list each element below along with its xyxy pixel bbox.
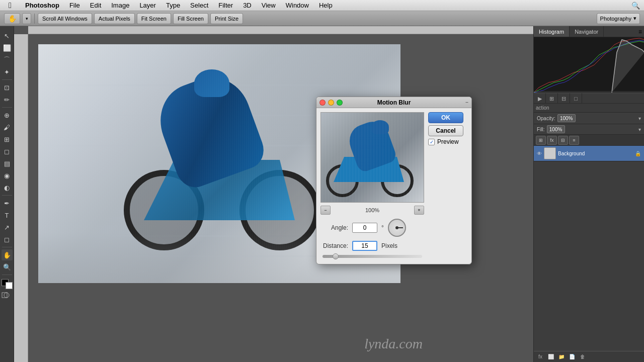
ruler-left [14, 34, 28, 362]
search-icon[interactable]: 🔍 [631, 2, 640, 10]
tool-dodge[interactable]: ◐ [2, 182, 13, 193]
panel-play-icon[interactable]: ▶ [534, 93, 546, 104]
layer-thumbnail [544, 147, 556, 159]
panel-grid-icon[interactable]: ⊞ [546, 93, 558, 104]
distance-row: Distance: Pixels [320, 241, 424, 251]
distance-slider-thumb[interactable] [333, 253, 339, 259]
new-layer-icon[interactable]: 📄 [568, 352, 577, 361]
tool-magic-wand[interactable]: ✦ [2, 66, 13, 77]
tool-healing[interactable]: ⊕ [2, 110, 13, 121]
scroll-all-button[interactable]: Scroll All Windows [38, 13, 92, 24]
angle-input[interactable] [352, 223, 377, 233]
tool-zoom[interactable]: 🔍 [2, 261, 13, 273]
menu-filter[interactable]: Filter [213, 0, 238, 11]
ok-button[interactable]: OK [428, 112, 463, 123]
color-boxes[interactable] [2, 279, 13, 289]
histogram-tab[interactable]: Histogram [534, 26, 570, 37]
menu-layer[interactable]: Layer [134, 0, 161, 11]
tool-move[interactable]: ↖ [2, 30, 13, 41]
add-layer-style-icon[interactable]: fx [536, 352, 545, 361]
delete-layer-icon[interactable]: 🗑 [578, 352, 587, 361]
navigator-tab[interactable]: Navigator [570, 26, 604, 37]
tools-panel: ↖ ⬜ ⌒ ✦ ⊡ ✏ ⊕ 🖌 ⊞ ◻ ▤ ◉ ◐ ✒ T ↗ ◻ ✋ 🔍 [0, 26, 14, 362]
fill-input[interactable] [547, 125, 565, 133]
distance-input[interactable] [352, 241, 377, 251]
hand-tool-dropdown[interactable]: ▾ [22, 13, 31, 24]
layer-tool-4[interactable]: ≡ [569, 136, 579, 145]
panel-square-icon[interactable]: □ [570, 93, 582, 104]
menu-help[interactable]: Help [314, 0, 338, 11]
dialog-close-button[interactable] [319, 100, 326, 106]
hand-tool-selector[interactable]: ✋ [4, 13, 20, 24]
tool-pen[interactable]: ✒ [2, 198, 13, 209]
panel-menu-icon[interactable]: ≡ [636, 26, 644, 37]
menu-window[interactable]: Window [281, 0, 314, 11]
distance-units: Pixels [381, 242, 397, 249]
dialog-titlebar: Motion Blur − [316, 97, 471, 108]
fill-row: Fill: ▾ [534, 124, 644, 135]
preview-zoom-in-button[interactable]: + [414, 206, 424, 215]
angle-wheel-line [397, 227, 403, 228]
apple-logo[interactable]:  [0, 1, 20, 10]
layer-lock-icon[interactable]: 🔒 [635, 151, 641, 156]
print-size-button[interactable]: Print Size [210, 13, 243, 24]
tool-hand[interactable]: ✋ [2, 249, 13, 260]
opacity-dropdown-icon[interactable]: ▾ [638, 116, 641, 121]
svg-rect-1 [4, 293, 9, 298]
tool-shape[interactable]: ◻ [2, 234, 13, 245]
fill-dropdown-icon[interactable]: ▾ [638, 127, 641, 132]
background-color[interactable] [6, 282, 13, 289]
tool-blur[interactable]: ◉ [2, 170, 13, 181]
tool-clone[interactable]: ⊞ [2, 134, 13, 145]
fill-screen-button[interactable]: Fill Screen [173, 13, 208, 24]
menu-image[interactable]: Image [106, 0, 134, 11]
layer-tool-3[interactable]: ⊟ [558, 136, 568, 145]
dialog-title: Motion Blur [377, 99, 411, 106]
menu-items: Photoshop File Edit Image Layer Type Sel… [20, 0, 338, 11]
tool-marquee[interactable]: ⬜ [2, 42, 13, 53]
tool-eyedropper[interactable]: ✏ [2, 94, 13, 105]
distance-slider-track[interactable] [323, 255, 422, 258]
workspace-dropdown[interactable]: Photography ▾ [597, 13, 640, 24]
add-mask-icon[interactable]: ⬜ [546, 352, 555, 361]
dialog-collapse-icon[interactable]: − [465, 100, 468, 105]
angle-wheel[interactable] [388, 219, 406, 237]
preview-zoom-out-button[interactable]: − [320, 206, 331, 215]
fit-screen-button[interactable]: Fit Screen [137, 13, 171, 24]
tool-brush[interactable]: 🖌 [2, 122, 13, 133]
motion-blur-dialog: Motion Blur − [316, 97, 472, 264]
menu-edit[interactable]: Edit [85, 0, 106, 11]
dialog-minimize-button[interactable] [328, 100, 334, 106]
menu-photoshop[interactable]: Photoshop [20, 0, 64, 11]
menu-type[interactable]: Type [161, 0, 185, 11]
panel-grid2-icon[interactable]: ⊟ [558, 93, 570, 104]
menu-select[interactable]: Select [185, 0, 213, 11]
tool-path-select[interactable]: ↗ [2, 222, 13, 233]
new-group-icon[interactable]: 📁 [557, 352, 566, 361]
menu-file[interactable]: File [64, 0, 85, 11]
layer-background-item[interactable]: 👁 Background 🔒 [534, 146, 644, 161]
tool-lasso[interactable]: ⌒ [2, 54, 13, 65]
cancel-button[interactable]: Cancel [428, 125, 463, 136]
layer-tool-1[interactable]: ⊞ [536, 136, 546, 145]
menu-3d[interactable]: 3D [238, 0, 257, 11]
panel-tabs: Histogram Navigator ≡ [534, 26, 644, 37]
tool-text[interactable]: T [2, 210, 13, 221]
panel-icons-row: ▶ ⊞ ⊟ □ [534, 93, 644, 104]
quick-mask-icon[interactable] [2, 292, 13, 300]
dialog-maximize-button[interactable] [337, 100, 343, 106]
layer-tool-2[interactable]: fx [547, 136, 557, 145]
tool-crop[interactable]: ⊡ [2, 82, 13, 93]
tool-separator-1 [2, 79, 12, 80]
tool-eraser[interactable]: ◻ [2, 146, 13, 157]
layer-eye-icon[interactable]: 👁 [537, 151, 542, 156]
angle-label: Angle: [320, 224, 348, 231]
opacity-input[interactable] [557, 114, 576, 122]
dialog-right-section: OK Cancel ✓ Preview [428, 112, 467, 260]
tool-gradient[interactable]: ▤ [2, 158, 13, 169]
degree-symbol: ° [381, 224, 384, 231]
actual-pixels-button[interactable]: Actual Pixels [94, 13, 135, 24]
preview-checkbox[interactable]: ✓ [428, 139, 435, 145]
workspace-label: Photography [600, 16, 631, 22]
menu-view[interactable]: View [257, 0, 281, 11]
